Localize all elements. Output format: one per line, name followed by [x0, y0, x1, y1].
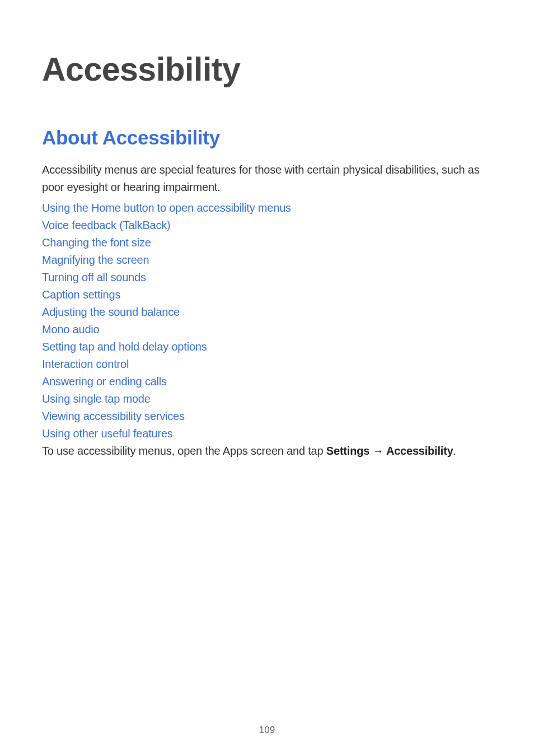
footer-period: .: [453, 445, 456, 457]
link-other-features[interactable]: Using other useful features: [42, 425, 492, 442]
links-list: Using the Home button to open accessibil…: [42, 199, 492, 442]
arrow-icon: →: [369, 445, 386, 457]
footer-instruction: To use accessibility menus, open the App…: [42, 442, 492, 460]
link-single-tap-mode[interactable]: Using single tap mode: [42, 390, 492, 408]
link-viewing-services[interactable]: Viewing accessibility services: [42, 408, 492, 425]
intro-paragraph: Accessibility menus are special features…: [42, 161, 492, 196]
link-tap-hold-delay[interactable]: Setting tap and hold delay options: [42, 338, 492, 356]
page-title: Accessibility: [42, 50, 492, 88]
page-number: 109: [0, 725, 534, 736]
link-mono-audio[interactable]: Mono audio: [42, 321, 492, 338]
link-voice-feedback[interactable]: Voice feedback (TalkBack): [42, 217, 492, 234]
link-interaction-control[interactable]: Interaction control: [42, 356, 492, 373]
footer-settings-label: Settings: [326, 445, 369, 457]
link-home-button[interactable]: Using the Home button to open accessibil…: [42, 199, 492, 217]
footer-accessibility-label: Accessibility: [386, 445, 453, 457]
link-magnify-screen[interactable]: Magnifying the screen: [42, 251, 492, 269]
page-root: Accessibility About Accessibility Access…: [0, 0, 534, 756]
link-font-size[interactable]: Changing the font size: [42, 234, 492, 251]
link-caption-settings[interactable]: Caption settings: [42, 286, 492, 304]
link-turn-off-sounds[interactable]: Turning off all sounds: [42, 269, 492, 286]
footer-prefix: To use accessibility menus, open the App…: [42, 445, 326, 457]
link-answering-ending-calls[interactable]: Answering or ending calls: [42, 373, 492, 390]
section-title: About Accessibility: [42, 127, 492, 149]
link-sound-balance[interactable]: Adjusting the sound balance: [42, 304, 492, 321]
